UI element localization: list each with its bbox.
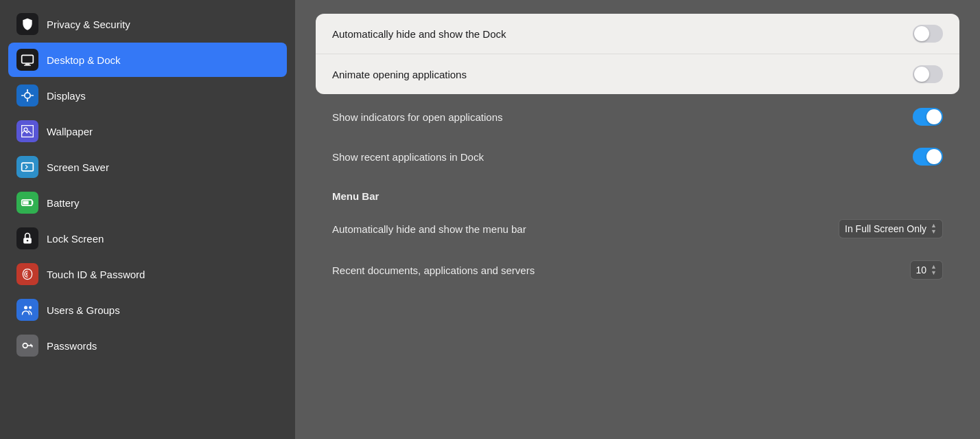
- auto-hide-dock-toggle[interactable]: [913, 25, 943, 43]
- gray-rows: Show indicators for open applications Sh…: [316, 97, 959, 291]
- menu-bar-section-header: Menu Bar: [316, 177, 959, 208]
- sidebar-item-users-groups[interactable]: Users & Groups: [8, 293, 287, 327]
- show-indicators-toggle-knob: [926, 109, 942, 124]
- sidebar-item-touch-id[interactable]: Touch ID & Password: [8, 257, 287, 291]
- displays-icon: [16, 85, 38, 106]
- touch-id-icon: [16, 263, 38, 285]
- auto-hide-menubar-value: In Full Screen Only: [845, 223, 926, 234]
- show-recent-label: Show recent applications in Dock: [332, 151, 484, 163]
- recent-documents-arrows: ▲ ▼: [931, 264, 937, 276]
- main-content: Automatically hide and show the Dock Ani…: [295, 0, 980, 439]
- sidebar-item-wallpaper[interactable]: Wallpaper: [8, 114, 287, 148]
- screen-saver-icon: [16, 156, 38, 178]
- svg-point-3: [25, 93, 30, 98]
- sidebar-item-desktop-dock-label: Desktop & Dock: [47, 54, 121, 66]
- sidebar-item-lock-screen-label: Lock Screen: [47, 233, 104, 245]
- svg-point-15: [29, 306, 32, 309]
- recent-documents-stepper[interactable]: 10 ▲ ▼: [910, 260, 944, 280]
- recent-documents-value: 10: [916, 264, 927, 275]
- svg-rect-11: [23, 201, 28, 205]
- sidebar-item-battery-label: Battery: [47, 197, 80, 209]
- sidebar-item-displays[interactable]: Displays: [8, 78, 287, 113]
- sidebar: Privacy & Security Desktop & Dock Displa…: [0, 0, 295, 439]
- show-recent-row: Show recent applications in Dock: [316, 137, 959, 177]
- svg-point-13: [27, 240, 29, 242]
- top-panel: Automatically hide and show the Dock Ani…: [316, 14, 959, 94]
- sidebar-item-wallpaper-label: Wallpaper: [47, 126, 93, 137]
- auto-hide-dock-row: Automatically hide and show the Dock: [316, 14, 959, 54]
- passwords-icon: [16, 335, 38, 357]
- battery-icon: [16, 192, 38, 214]
- svg-rect-0: [22, 55, 34, 63]
- recent-documents-label: Recent documents, applications and serve…: [332, 264, 535, 276]
- sidebar-item-touch-id-label: Touch ID & Password: [47, 269, 145, 280]
- animate-opening-label: Animate opening applications: [332, 69, 467, 80]
- sidebar-item-displays-label: Displays: [47, 90, 86, 102]
- sidebar-item-screen-saver[interactable]: Screen Saver: [8, 150, 287, 184]
- sidebar-item-screen-saver-label: Screen Saver: [47, 161, 109, 173]
- auto-hide-menubar-arrows: ▲ ▼: [931, 223, 937, 235]
- sidebar-item-privacy-security[interactable]: Privacy & Security: [8, 7, 287, 41]
- sidebar-item-desktop-dock[interactable]: Desktop & Dock: [8, 43, 287, 77]
- desktop-dock-icon: [16, 49, 38, 71]
- svg-point-14: [24, 306, 27, 309]
- svg-rect-2: [24, 65, 31, 66]
- show-recent-toggle[interactable]: [913, 148, 943, 166]
- show-indicators-toggle[interactable]: [913, 108, 943, 126]
- auto-hide-menubar-dropdown[interactable]: In Full Screen Only ▲ ▼: [839, 219, 943, 238]
- animate-opening-toggle[interactable]: [913, 65, 943, 83]
- sidebar-item-passwords-label: Passwords: [47, 340, 97, 352]
- recent-documents-row: Recent documents, applications and serve…: [316, 249, 959, 291]
- show-indicators-label: Show indicators for open applications: [332, 111, 502, 123]
- auto-hide-menubar-row: Automatically hide and show the menu bar…: [316, 208, 959, 249]
- sidebar-item-privacy-security-label: Privacy & Security: [47, 19, 130, 30]
- users-groups-icon: [16, 299, 38, 321]
- animate-opening-row: Animate opening applications: [316, 54, 959, 94]
- show-recent-toggle-knob: [926, 149, 942, 164]
- lock-screen-icon: [16, 227, 38, 249]
- animate-opening-toggle-knob: [914, 67, 929, 82]
- auto-hide-dock-toggle-knob: [914, 26, 929, 41]
- wallpaper-icon: [16, 120, 38, 142]
- sidebar-item-battery[interactable]: Battery: [8, 185, 287, 220]
- sidebar-item-users-groups-label: Users & Groups: [47, 304, 120, 316]
- privacy-security-icon: [16, 13, 38, 35]
- svg-point-16: [23, 344, 27, 348]
- auto-hide-dock-label: Automatically hide and show the Dock: [332, 28, 506, 40]
- menu-bar-title: Menu Bar: [332, 190, 379, 202]
- sidebar-item-lock-screen[interactable]: Lock Screen: [8, 221, 287, 256]
- sidebar-item-passwords[interactable]: Passwords: [8, 328, 287, 363]
- show-indicators-row: Show indicators for open applications: [316, 97, 959, 137]
- auto-hide-menubar-label: Automatically hide and show the menu bar: [332, 223, 526, 235]
- svg-rect-1: [25, 64, 30, 65]
